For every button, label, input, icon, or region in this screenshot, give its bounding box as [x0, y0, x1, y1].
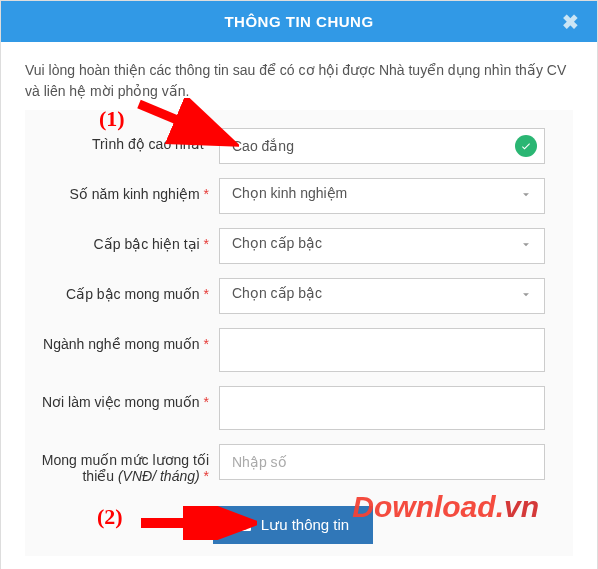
- row-desired-level: Cấp bậc mong muốn * Chọn cấp bậc: [41, 278, 545, 314]
- row-highest-degree: Trình độ cao nhất*: [41, 128, 545, 164]
- highest-degree-input[interactable]: [219, 128, 545, 164]
- min-salary-input[interactable]: [219, 444, 545, 480]
- current-level-select[interactable]: Chọn cấp bậc: [219, 228, 545, 264]
- close-icon[interactable]: ✖: [562, 10, 579, 34]
- save-button[interactable]: Lưu thông tin: [213, 506, 373, 544]
- experience-select[interactable]: Chọn kinh nghiệm: [219, 178, 545, 214]
- save-button-label: Lưu thông tin: [261, 516, 349, 534]
- label-min-salary: Mong muốn mức lương tối thiểu (VNĐ/ thán…: [41, 444, 219, 484]
- check-icon: [515, 135, 537, 157]
- general-info-modal: THÔNG TIN CHUNG ✖ Vui lòng hoàn thiện cá…: [0, 0, 598, 569]
- row-desired-industry: Ngành nghề mong muốn *: [41, 328, 545, 372]
- label-current-level: Cấp bậc hiện tại *: [41, 228, 219, 252]
- label-desired-level: Cấp bậc mong muốn *: [41, 278, 219, 302]
- row-min-salary: Mong muốn mức lương tối thiểu (VNĐ/ thán…: [41, 444, 545, 484]
- button-row: (2) Lưu thông tin: [41, 498, 545, 544]
- annotation-2: (2): [97, 504, 123, 530]
- modal-title: THÔNG TIN CHUNG: [224, 13, 373, 30]
- row-experience: Số năm kinh nghiệm * Chọn kinh nghiệm: [41, 178, 545, 214]
- label-desired-location: Nơi làm việc mong muốn *: [41, 386, 219, 410]
- row-desired-location: Nơi làm việc mong muốn *: [41, 386, 545, 430]
- desired-industry-input[interactable]: [219, 328, 545, 372]
- label-desired-industry: Ngành nghề mong muốn *: [41, 328, 219, 352]
- label-highest-degree: Trình độ cao nhất*: [41, 128, 219, 152]
- desired-level-select[interactable]: Chọn cấp bậc: [219, 278, 545, 314]
- modal-header: THÔNG TIN CHUNG ✖: [1, 1, 597, 42]
- form-area: (1) Trình độ cao nhất* Số năm kinh nghiệ…: [25, 110, 573, 556]
- label-experience: Số năm kinh nghiệm *: [41, 178, 219, 202]
- modal-body: Vui lòng hoàn thiện các thông tin sau để…: [1, 42, 597, 569]
- save-icon: [237, 517, 253, 533]
- row-current-level: Cấp bậc hiện tại * Chọn cấp bậc: [41, 228, 545, 264]
- desired-location-input[interactable]: [219, 386, 545, 430]
- intro-text: Vui lòng hoàn thiện các thông tin sau để…: [25, 60, 573, 102]
